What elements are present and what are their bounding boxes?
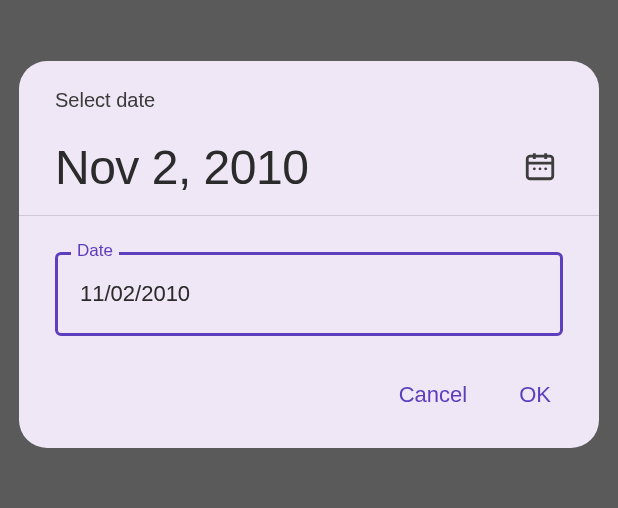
svg-point-4 — [533, 167, 536, 170]
cancel-button[interactable]: Cancel — [387, 374, 479, 416]
svg-rect-0 — [527, 156, 553, 179]
date-picker-dialog: Select date Nov 2, 2010 — [19, 61, 599, 448]
dialog-title: Select date — [55, 89, 563, 112]
date-input[interactable] — [55, 252, 563, 336]
date-display-row: Nov 2, 2010 — [55, 140, 563, 195]
calendar-icon — [523, 171, 557, 186]
date-input-label: Date — [71, 241, 119, 261]
svg-point-6 — [544, 167, 547, 170]
ok-button[interactable]: OK — [507, 374, 563, 416]
dialog-actions: Cancel OK — [19, 356, 599, 448]
svg-point-5 — [539, 167, 542, 170]
selected-date-display: Nov 2, 2010 — [55, 140, 308, 195]
dialog-header: Select date Nov 2, 2010 — [19, 61, 599, 215]
calendar-toggle-button[interactable] — [517, 143, 563, 192]
dialog-body: Date — [19, 216, 599, 356]
date-input-field: Date — [55, 252, 563, 336]
